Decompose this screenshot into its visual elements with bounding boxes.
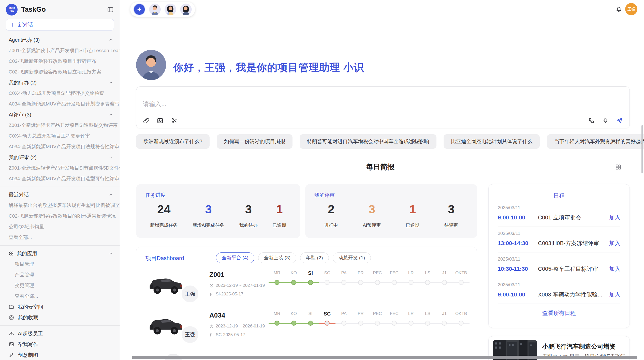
event-row: 10:30-11:30C005-整车工程目标评审加入 bbox=[498, 265, 620, 273]
divider bbox=[0, 245, 120, 246]
view-all-schedule-link[interactable]: 查看所有日程 bbox=[489, 309, 630, 317]
sidebar-section-header[interactable]: Agent已办 (3) bbox=[0, 35, 120, 45]
sidebar-item[interactable]: C02-飞腾新能源轻客改款项目立项汇报方案 bbox=[0, 67, 120, 77]
schedule-event: 2025/03/119:00-10:00C001-立项审批会加入 bbox=[498, 201, 620, 227]
send-icon[interactable] bbox=[616, 117, 623, 124]
join-link[interactable]: 加入 bbox=[609, 214, 620, 221]
favorites-label: 我的收藏 bbox=[18, 314, 38, 321]
sidebar-item[interactable]: A034-全新新能源MUV产品开发项目造型可行性评审 bbox=[0, 173, 120, 184]
suggestion-chip[interactable]: 特朗普可能对进口汽车增税会对中国车企造成哪些影响 bbox=[300, 134, 436, 149]
sidebar-item[interactable]: A034-全新新能源MUV产品开发项目计划变更表编写 bbox=[0, 99, 120, 109]
milestone-node bbox=[341, 321, 346, 326]
filter-chip[interactable]: 动总开发 (1) bbox=[333, 252, 371, 263]
project-row[interactable]: 王强Z0012023-12-19 ~ 2027-01-19SI-2025-05-… bbox=[136, 266, 477, 307]
sidebar-section-header[interactable]: 我的应用 bbox=[0, 248, 120, 259]
layout-grid-icon[interactable] bbox=[615, 164, 622, 170]
sidebar-item[interactable]: Z001-全新燃油轻卡产品开发项目SI节点属性5D文件评审 bbox=[0, 163, 120, 173]
sidebar-item[interactable]: Z001-全新燃油轻卡产品开发项目SI造型提交物评审 bbox=[0, 120, 120, 131]
sidebar-item-cloud-space[interactable]: 我的云空间 bbox=[0, 302, 120, 312]
view-all-link[interactable]: 查看全部... bbox=[0, 232, 120, 243]
recent-conversation-item[interactable]: C02-飞腾新能源轻客改款项目的闭环通告反馈情况 bbox=[0, 211, 120, 221]
recent-conversation-item[interactable]: 公司Q3轻卡销量 bbox=[0, 221, 120, 232]
milestone-node bbox=[408, 321, 414, 326]
project-code: Z001 bbox=[209, 271, 224, 279]
project-flag-text: SC-2025-05-17 bbox=[216, 332, 245, 337]
chevron-up-icon bbox=[109, 251, 113, 256]
section-title: 最近对话 bbox=[9, 191, 109, 198]
chevron-up-icon bbox=[109, 80, 113, 85]
sidebar-apps-section: 我的应用项目管理产品管理变更管理查看全部... bbox=[0, 248, 120, 302]
filter-chip[interactable]: 全新平台 (4) bbox=[216, 252, 254, 263]
logo-text-bottom: Go bbox=[10, 10, 14, 13]
join-link[interactable]: 加入 bbox=[609, 291, 620, 298]
app-title: TaskGo bbox=[21, 6, 107, 13]
milestone-cell bbox=[285, 279, 302, 286]
agent-avatar[interactable] bbox=[165, 4, 176, 15]
sidebar-collapse-icon[interactable] bbox=[107, 6, 114, 13]
sidebar-item-help-write[interactable]: 帮我写作 bbox=[0, 339, 120, 350]
stat-label: 新增完成任务 bbox=[150, 222, 178, 228]
new-chat-button[interactable]: 新对话 bbox=[6, 19, 114, 31]
sidebar-section-header[interactable]: AI评审 (3) bbox=[0, 109, 120, 120]
suggestion-chip[interactable]: 比亚迪全固态电池计划具体说了什么 bbox=[444, 134, 540, 149]
insert-image-icon[interactable] bbox=[157, 117, 164, 124]
agent-avatar[interactable] bbox=[149, 4, 161, 15]
suggestion-chip[interactable]: 欧洲新规最近颁布了什么? bbox=[136, 134, 210, 149]
sidebar-item[interactable]: Z001-全新燃油皮卡产品开发项目SI节点Lesson Learn报告 bbox=[0, 45, 120, 56]
section-title-text: 我的评审 (2) bbox=[9, 154, 37, 161]
view-all-link[interactable]: 查看全部... bbox=[0, 291, 120, 302]
sidebar-section-header[interactable]: 最近对话 bbox=[0, 189, 120, 200]
milestone-cell bbox=[269, 279, 285, 286]
recent-conversation-item[interactable]: 解释最新出台的欧盟报废车法规再生塑料比例被调至15%... bbox=[0, 200, 120, 211]
filter-chip[interactable]: 年型 (2) bbox=[300, 252, 329, 263]
add-agent-button[interactable] bbox=[134, 4, 145, 15]
microphone-icon[interactable] bbox=[602, 117, 609, 124]
milestone-cell bbox=[403, 320, 419, 326]
horizontal-scrollbar[interactable] bbox=[132, 356, 637, 359]
voice-call-icon[interactable] bbox=[588, 117, 595, 124]
sidebar-item[interactable]: A034-全新新能源MUV产品开发项目法规符合性评审 bbox=[0, 141, 120, 152]
attachment-icon[interactable] bbox=[143, 117, 150, 124]
event-time: 13:00-14:30 bbox=[498, 240, 538, 247]
section-title: AI评审 (3) bbox=[9, 111, 109, 118]
briefing-card-title: 任务进度 bbox=[136, 184, 300, 199]
chat-input[interactable] bbox=[143, 100, 524, 110]
join-link[interactable]: 加入 bbox=[609, 265, 620, 273]
vertical-scrollbar[interactable] bbox=[641, 125, 643, 173]
plus-icon bbox=[10, 22, 15, 27]
sidebar-item-favorites[interactable]: 我的收藏 bbox=[0, 312, 120, 323]
sidebar-item[interactable]: C0X4-动力总成开发项目SI里程碑提交物检查 bbox=[0, 88, 120, 99]
suggestion-chip[interactable]: 如何写一份清晰的项目周报 bbox=[217, 134, 292, 149]
sidebar-item-creative-drawing[interactable]: 创意制图 bbox=[0, 350, 120, 360]
sidebar-item[interactable]: C0X4-动力总成开发项目工程变更评审 bbox=[0, 131, 120, 141]
app-item[interactable]: 变更管理 bbox=[0, 280, 120, 291]
milestone-label: KO bbox=[285, 270, 302, 276]
sidebar-section-header[interactable]: 我的评审 (2) bbox=[0, 152, 120, 163]
milestone-node bbox=[358, 280, 363, 285]
daily-briefing-title: 每日简报 bbox=[130, 162, 630, 172]
milestone-node bbox=[308, 321, 313, 326]
event-name: C003|H0B-方案冻结评审 bbox=[538, 239, 609, 247]
agent-avatar[interactable] bbox=[180, 4, 192, 15]
flag-icon bbox=[209, 292, 214, 296]
join-link[interactable]: 加入 bbox=[609, 239, 620, 247]
stat: 3新增AI完成任务 bbox=[193, 202, 224, 228]
user-avatar[interactable]: 王强 bbox=[625, 3, 637, 15]
suggestion-chip[interactable]: 当下年轻人对汽车外观有怎样的喜好趋势 bbox=[547, 134, 644, 149]
scissors-icon[interactable] bbox=[171, 117, 178, 124]
sidebar-item-ai-super-staff[interactable]: AI超级员工 bbox=[0, 328, 120, 339]
sidebar-section-header[interactable]: 我的待办 (2) bbox=[0, 77, 120, 88]
filter-chip[interactable]: 全新上装 (3) bbox=[258, 252, 297, 263]
sidebar-item[interactable]: C02-飞腾新能源轻客改款项目里程碑画布 bbox=[0, 56, 120, 67]
app-item[interactable]: 项目管理 bbox=[0, 259, 120, 269]
dashboard-filters: 全新平台 (4)全新上装 (3)年型 (2)动总开发 (1) bbox=[216, 252, 371, 263]
milestone-cell bbox=[319, 279, 335, 286]
logo-text-top: Task bbox=[8, 6, 15, 10]
milestone-cell bbox=[436, 279, 453, 286]
app-item[interactable]: 产品管理 bbox=[0, 269, 120, 280]
schedule-panel: 日程 2025/03/119:00-10:00C001-立项审批会加入2025/… bbox=[488, 184, 630, 328]
notification-bell-icon[interactable] bbox=[616, 6, 622, 13]
project-row[interactable]: 王强A0342023-12-19 ~ 2026-01-19SC-2025-05-… bbox=[136, 307, 477, 348]
milestone-label: PEC bbox=[369, 270, 386, 276]
briefing-card: 我的评审2进行中3AI预评审1已逾期3待评审 bbox=[305, 184, 477, 238]
